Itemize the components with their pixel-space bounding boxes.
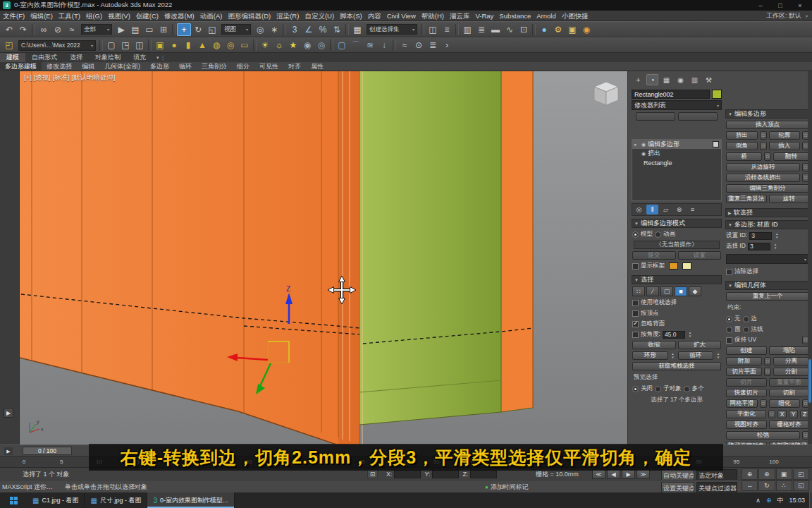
panel-button[interactable]: 收缩 xyxy=(632,341,676,349)
panel-button[interactable]: 挤出 xyxy=(726,131,758,140)
rollout-material-id-header[interactable]: ▼多边形: 材质 ID xyxy=(725,220,810,229)
select-and-move-icon[interactable]: + xyxy=(177,23,191,36)
object-color-swatch[interactable] xyxy=(712,90,722,99)
gravity-spacewarp-icon[interactable]: ↓ xyxy=(377,39,391,52)
settings-box-button[interactable] xyxy=(764,368,771,376)
panel-button[interactable]: 插入顶点 xyxy=(726,121,809,129)
selection-region-icon[interactable]: ▭ xyxy=(142,23,156,36)
taskbar-item[interactable]: ▦C1.jpg - 看图 xyxy=(27,492,85,508)
curve-editor-icon[interactable]: ∿ xyxy=(503,23,517,36)
modifier-stack-row[interactable]: ◉挤出 xyxy=(632,149,721,158)
select-and-scale-icon[interactable]: ◱ xyxy=(205,23,219,36)
rendered-frame-icon[interactable]: ▣ xyxy=(565,23,579,36)
open-file-icon[interactable]: ◳ xyxy=(118,39,133,52)
ribbon-subtab[interactable]: 循环 xyxy=(174,62,197,71)
window-crossing-icon[interactable]: ⊞ xyxy=(156,23,171,36)
panel-button[interactable]: 细化 xyxy=(769,399,801,408)
target-camera-icon[interactable]: ◎ xyxy=(314,39,328,52)
ribbon-subtab[interactable]: 属性 xyxy=(306,62,328,71)
panel-button[interactable]: 轮廓 xyxy=(769,131,801,140)
panel-button[interactable]: 重复三角算法 xyxy=(726,195,767,203)
previous-frame-icon[interactable]: ◀ xyxy=(607,469,620,479)
schematic-view-icon[interactable]: ⊡ xyxy=(517,23,531,36)
menu-item[interactable]: 创建(C) xyxy=(133,11,161,21)
undo-icon[interactable]: ↶ xyxy=(2,23,16,36)
rollout-edit-geometry-header[interactable]: ▼编辑几何体 xyxy=(725,281,810,290)
selection-option-checkbox[interactable] xyxy=(632,310,639,317)
subobject-vertex-button[interactable]: ∷ xyxy=(632,286,645,296)
radio[interactable] xyxy=(655,386,661,392)
zoom-icon[interactable]: ⊕ xyxy=(742,468,758,480)
menu-item[interactable]: 图形编辑器(D) xyxy=(225,11,273,21)
percent-snap-icon[interactable]: % xyxy=(316,23,330,36)
panel-button[interactable]: 桥 xyxy=(726,152,762,161)
ribbon-tab[interactable]: 自由形式 xyxy=(25,53,63,62)
subobject-element-button[interactable]: ◆ xyxy=(689,286,701,296)
close-button[interactable]: × xyxy=(791,1,809,10)
by-angle-checkbox[interactable] xyxy=(632,332,639,338)
command-panel-scrollbar[interactable] xyxy=(808,71,812,445)
ribbon-subtab[interactable]: 对齐 xyxy=(283,62,306,71)
isolate-selection-icon[interactable]: ⊙ xyxy=(412,39,426,52)
wall-column-strip[interactable] xyxy=(338,71,359,445)
radio[interactable] xyxy=(743,316,749,322)
cage-color-swatch[interactable] xyxy=(669,262,678,270)
snaps-toggle-icon[interactable]: 3 xyxy=(288,23,302,36)
mirror-icon[interactable]: ◫ xyxy=(426,23,440,36)
radio[interactable] xyxy=(655,231,661,238)
show-desktop-button[interactable] xyxy=(809,492,812,508)
walk-icon[interactable]: ∴ xyxy=(776,480,792,492)
wall-face-right[interactable] xyxy=(501,71,533,412)
object-name-field[interactable]: Rectangle002 xyxy=(632,90,710,99)
viewport[interactable]: Z xyxy=(20,71,627,445)
project-path-dropdown[interactable]: C:\Users\…\Max 2022▾ xyxy=(18,40,96,51)
tray-app-icon[interactable]: ⊕ xyxy=(766,497,772,504)
viewport-label[interactable]: [+] [透视] [标准] [默认明暗处理] xyxy=(24,73,116,83)
ribbon-subtab[interactable]: 细分 xyxy=(232,62,254,71)
mini-listener-icon[interactable]: › xyxy=(440,39,454,52)
maximize-viewport-icon[interactable]: ◱ xyxy=(793,480,809,492)
radio[interactable] xyxy=(743,327,749,333)
zoom-all-icon[interactable]: ⊛ xyxy=(758,468,775,480)
sunlight-icon[interactable]: ☀ xyxy=(258,39,272,52)
ribbon-subtab[interactable]: 几何体(全部) xyxy=(99,62,145,71)
settings-box-button[interactable] xyxy=(760,399,767,408)
maxscript-mini-listener[interactable]: MAXScript 迷你… xyxy=(2,480,53,493)
panel-button[interactable]: 附加 xyxy=(726,357,762,365)
panel-button[interactable]: 环形 xyxy=(632,351,668,360)
radio[interactable] xyxy=(632,231,639,238)
minimize-button[interactable]: – xyxy=(751,1,770,10)
layer-explorer-icon[interactable]: ≣ xyxy=(426,39,440,52)
panel-button[interactable]: 旋转 xyxy=(769,195,810,203)
panel-button[interactable]: 平面化 xyxy=(726,410,766,418)
menu-item[interactable]: Civil View xyxy=(384,11,419,21)
select-and-manipulate-icon[interactable]: ∗ xyxy=(267,23,281,36)
expand-tray-icon[interactable]: ▶ xyxy=(4,408,13,418)
panel-button[interactable]: 沿样条线挤出 xyxy=(726,174,800,182)
sphere-primitive-icon[interactable]: ● xyxy=(167,39,181,52)
ribbon-tab[interactable]: 建模 xyxy=(0,53,25,62)
cage-color-swatch[interactable] xyxy=(682,262,691,270)
taskbar-item[interactable]: 30-室内效果图制作模型... xyxy=(147,492,234,508)
panel-button[interactable]: 网格平滑 xyxy=(726,399,758,408)
rollout-edit-poly-header[interactable]: ▼编辑多边形 xyxy=(725,109,810,119)
menu-item[interactable]: V-Ray xyxy=(472,11,496,21)
menu-item[interactable]: 溜云库 xyxy=(447,11,473,21)
panel-button[interactable]: 栅格对齐 xyxy=(769,421,810,429)
panel-button[interactable]: 编辑三角剖分 xyxy=(726,184,809,193)
clear-selection-checkbox[interactable] xyxy=(726,269,732,275)
render-setup-icon[interactable]: ⚙ xyxy=(551,23,565,36)
ribbon-subtab[interactable]: 修改选择 xyxy=(42,62,77,71)
ribbon-tab[interactable]: 选择 xyxy=(63,53,89,62)
orbit-icon[interactable]: ↻ xyxy=(758,480,775,492)
menu-item[interactable]: 帮助(H) xyxy=(419,11,447,21)
taskbar-item[interactable]: ▦尺寸.jpg - 看图 xyxy=(85,492,147,508)
box-primitive-icon[interactable]: ▣ xyxy=(153,39,167,52)
ribbon-subtab[interactable]: 多边形 xyxy=(145,62,174,71)
spinner-arrows[interactable]: ▲▼ xyxy=(670,352,676,359)
menu-item[interactable]: 修改器(M) xyxy=(161,11,197,21)
start-button[interactable] xyxy=(0,492,27,508)
ribbon-subtab[interactable]: 多边形建模 xyxy=(0,62,42,71)
panel-button[interactable]: 塌陷 xyxy=(769,346,810,355)
wind-spacewarp-icon[interactable]: ≋ xyxy=(363,39,377,52)
